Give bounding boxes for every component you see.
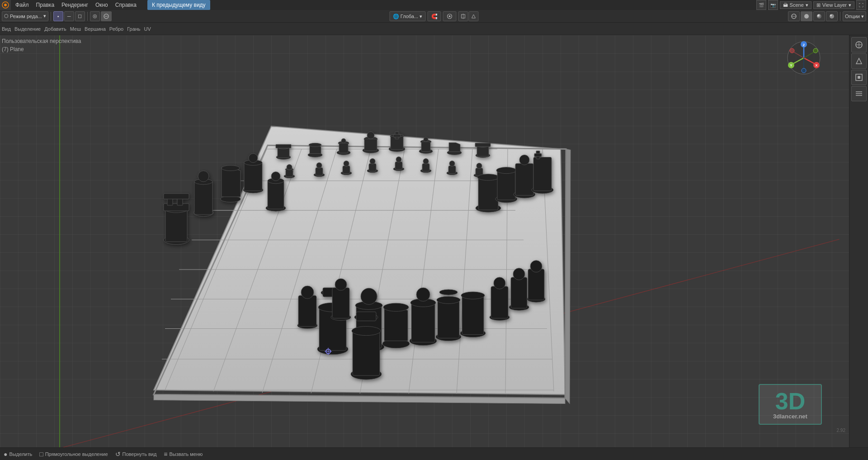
svg-point-80 xyxy=(396,156,401,162)
svg-rect-155 xyxy=(491,286,508,318)
view-layer-dropdown[interactable]: ⊞ View Layer ▾ xyxy=(813,1,854,9)
svg-rect-73 xyxy=(343,166,350,174)
edge-select-btn[interactable]: ─ xyxy=(64,11,74,21)
gizmo-svg: Z X Y xyxy=(786,40,822,76)
top-menu-bar: Файл Правка Рендеринг Окно Справка К пре… xyxy=(0,0,868,10)
svg-point-83 xyxy=(423,158,429,164)
svg-point-74 xyxy=(344,161,349,166)
version-label: 2.92 xyxy=(837,428,845,433)
svg-rect-146 xyxy=(462,294,484,334)
tool-icon-1[interactable] xyxy=(851,37,867,52)
scene-dropdown[interactable]: 🏔 Scene ▾ xyxy=(780,1,811,9)
menu-icon: ≡ xyxy=(164,451,167,458)
viewport-shading-material[interactable] xyxy=(813,11,825,21)
tool-icon-4[interactable] xyxy=(851,86,867,101)
svg-rect-191 xyxy=(858,76,860,79)
box-select-label: Прямоугольное выделение xyxy=(45,451,108,457)
edge-icon: ─ xyxy=(67,14,71,19)
svg-rect-48 xyxy=(364,139,377,151)
svg-point-4 xyxy=(449,15,451,17)
xray-icon: ◎ xyxy=(93,13,97,19)
svg-rect-122 xyxy=(533,157,552,190)
vert-select-btn[interactable]: • xyxy=(53,11,63,21)
select-label: Выделить xyxy=(9,451,32,457)
svg-rect-91 xyxy=(165,208,187,242)
svg-point-12 xyxy=(830,14,832,16)
scene-dropdown-arrow: ▾ xyxy=(806,2,808,8)
svg-point-10 xyxy=(817,14,821,19)
watermark-3d: 3D 3dlancer.net xyxy=(759,384,822,425)
rotate-icon: ↺ xyxy=(115,451,121,458)
options-icon: Опции xyxy=(845,14,860,19)
svg-point-114 xyxy=(477,174,499,180)
svg-point-143 xyxy=(437,296,460,304)
tool-icon-2[interactable] xyxy=(851,53,867,69)
tool-icon-3[interactable] xyxy=(851,70,867,85)
svg-rect-70 xyxy=(316,168,323,175)
fullscreen-btn[interactable]: ⛶ xyxy=(856,0,866,10)
proportional-btn[interactable] xyxy=(443,11,457,21)
sep2 xyxy=(87,12,88,21)
svg-point-9 xyxy=(804,14,809,19)
menu-file[interactable]: Файл xyxy=(12,0,33,10)
app-logo xyxy=(0,0,11,10)
face-icon: ◻ xyxy=(78,13,82,19)
render-icon xyxy=(828,13,835,20)
viewport-shading-wire[interactable] xyxy=(788,11,800,21)
viewport-shading-render[interactable] xyxy=(826,11,838,21)
svg-rect-98 xyxy=(194,181,212,214)
render-image-btn[interactable]: 📷 xyxy=(768,0,778,10)
menu-window[interactable]: Окно xyxy=(92,0,112,10)
svg-point-150 xyxy=(301,286,314,299)
svg-rect-158 xyxy=(511,277,527,308)
svg-rect-119 xyxy=(515,164,533,195)
svg-rect-67 xyxy=(286,170,293,177)
transform-label: Глоба... xyxy=(401,14,418,19)
svg-point-49 xyxy=(367,132,374,139)
face-select-btn[interactable]: ◻ xyxy=(75,11,85,21)
back-button[interactable]: К предыдущему виду xyxy=(147,0,210,10)
snap-opt1[interactable] xyxy=(458,11,468,21)
svg-rect-138 xyxy=(411,301,435,342)
svg-marker-102 xyxy=(222,167,241,197)
svg-rect-79 xyxy=(395,162,402,170)
options-btn[interactable]: Опции ▾ xyxy=(843,11,866,21)
viewport-tools: Вид Выделение Добавить Меш Вершина Ребро… xyxy=(0,23,868,35)
xray-btn[interactable]: ◎ xyxy=(90,11,100,21)
viewport-shading-solid[interactable] xyxy=(801,11,812,21)
svg-rect-109 xyxy=(268,180,284,209)
svg-rect-38 xyxy=(276,144,291,148)
right-controls: Опции ▾ xyxy=(788,10,866,23)
svg-point-182 xyxy=(802,68,806,73)
overlay-icon-1[interactable] xyxy=(101,11,112,21)
transform-selector[interactable]: 🌐 Глоба... ▾ xyxy=(390,11,426,21)
snap-btn[interactable]: 🧲 xyxy=(428,11,441,21)
viewport[interactable]: Пользовательская перспектива (7) Plane Z… xyxy=(0,35,849,447)
view-layer-arrow: ▾ xyxy=(849,2,851,8)
face-label: Грань xyxy=(127,26,140,32)
mode-selector[interactable]: ⬡ Режим реда... ▾ xyxy=(2,11,48,21)
vertex-label: Вершина xyxy=(85,26,106,32)
vert-icon: • xyxy=(57,14,59,19)
svg-rect-152 xyxy=(332,288,349,318)
snap-opt2[interactable] xyxy=(469,11,479,21)
tool2-svg xyxy=(854,57,863,66)
svg-rect-82 xyxy=(422,164,429,171)
svg-rect-105 xyxy=(244,162,262,191)
menu-help[interactable]: Справка xyxy=(112,0,140,10)
add-label: Добавить xyxy=(44,26,66,32)
overlay-svg xyxy=(103,13,109,19)
snap-options xyxy=(458,11,479,21)
render-icon-btn[interactable]: 🎬 xyxy=(756,0,766,10)
svg-rect-124 xyxy=(534,153,542,156)
watermark-text: 3D xyxy=(775,389,805,413)
navigation-gizmo[interactable]: Z X Y xyxy=(786,40,822,76)
header-right: 🎬 📷 🏔 Scene ▾ ⊞ View Layer ▾ ⛶ xyxy=(756,0,868,10)
snap-icon: 🧲 xyxy=(431,14,438,19)
svg-rect-149 xyxy=(298,295,316,326)
menu-edit[interactable]: Правка xyxy=(33,0,58,10)
solid-icon xyxy=(803,13,810,20)
svg-text:X: X xyxy=(815,63,818,67)
menu-render[interactable]: Рендеринг xyxy=(58,0,92,10)
svg-point-120 xyxy=(519,155,529,165)
